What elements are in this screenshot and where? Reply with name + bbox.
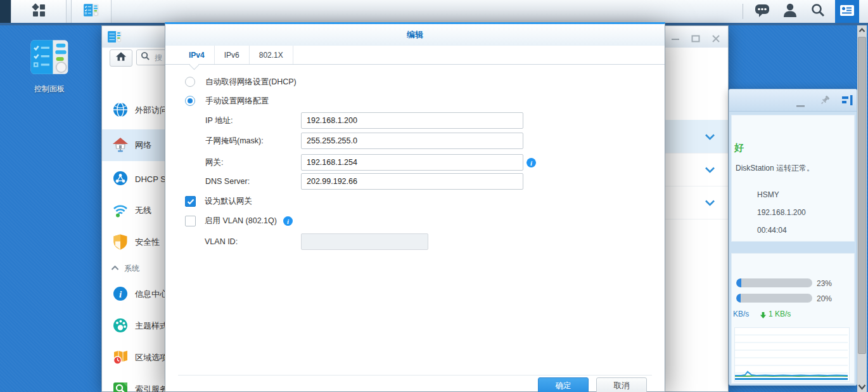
scroll-down-icon[interactable] <box>857 382 867 392</box>
mask-input[interactable] <box>301 133 523 149</box>
palette-icon <box>112 317 129 336</box>
check-icon <box>187 199 195 205</box>
default-gateway-checkbox[interactable] <box>185 196 196 207</box>
radio-manual-label: 手动设置网络配置 <box>205 93 269 109</box>
cpu-usage-value: 23% <box>817 279 832 288</box>
uptime-value: 00:44:04 <box>757 226 787 235</box>
sidebar-item-label: 索引服务 <box>135 384 168 392</box>
shield-icon <box>112 233 129 252</box>
taskbar <box>0 0 868 25</box>
home-icon <box>115 51 127 65</box>
server-ip-value: 192.168.1.200 <box>757 208 806 217</box>
maximize-icon[interactable] <box>691 34 700 41</box>
dialog-titlebar[interactable]: 编辑 <box>165 24 665 46</box>
ip-label: IP 地址: <box>205 112 233 129</box>
desktop-control-panel-shortcut[interactable]: 控制面板 <box>22 37 77 95</box>
download-speed: 1 KB/s <box>769 310 791 318</box>
pilot-view-button[interactable] <box>835 0 859 23</box>
sidebar-item-label: 网络 <box>135 140 151 151</box>
home-button[interactable] <box>110 49 132 67</box>
status-description: DiskStation 运转正常。 <box>736 163 814 174</box>
vlan-checkbox[interactable] <box>185 216 196 226</box>
search-icon <box>141 51 150 63</box>
search-icon <box>810 3 826 20</box>
chat-bubble-icon <box>754 2 770 21</box>
server-name-value: HSMY <box>757 190 779 199</box>
status-good-text: 好 <box>734 142 744 154</box>
main-menu-icon <box>31 3 46 20</box>
tab-8021x[interactable]: 802.1X <box>250 46 293 64</box>
tab-ipv4[interactable]: IPv4 <box>179 46 215 64</box>
dialog-tabs: IPv4 IPv6 802.1X <box>165 46 665 65</box>
ram-usage-bar <box>736 294 812 303</box>
user-icon <box>782 2 798 21</box>
desktop-scrollbar[interactable] <box>857 25 867 392</box>
sidebar-item-label: 信息中心 <box>135 289 168 300</box>
close-icon[interactable] <box>712 34 720 41</box>
user-menu-button[interactable] <box>782 0 798 23</box>
network-home-icon <box>112 136 129 155</box>
search-button[interactable] <box>810 0 826 23</box>
chevron-down-icon[interactable] <box>705 198 715 209</box>
control-panel-task-button[interactable] <box>71 0 112 23</box>
sidebar-item-label: DHCP S <box>135 174 166 184</box>
info-icon: i <box>112 285 129 304</box>
resource-monitor-card: 23% 20% KB/s 1 KB/s <box>731 253 855 384</box>
vlan-info-icon[interactable]: i <box>283 216 293 226</box>
scroll-up-icon[interactable] <box>857 25 867 36</box>
control-panel-icon <box>107 29 122 47</box>
gateway-input[interactable] <box>301 154 523 171</box>
dialog-title: 编辑 <box>407 29 423 41</box>
edit-dialog: 编辑 IPv4 IPv6 802.1X 自动取得网络设置(DHCP) 手动设置网… <box>165 22 665 392</box>
widgets-icon <box>839 4 855 19</box>
footer-divider <box>178 375 652 376</box>
minimize-icon[interactable] <box>671 34 680 41</box>
cpu-usage-fill <box>736 278 741 287</box>
mask-label: 子网掩码(mask): <box>205 133 264 149</box>
vlan-checkbox-label: 启用 VLAN (802.1Q) <box>205 212 277 229</box>
system-health-widget: 好 DiskStation 运转正常。 HSMY 192.168.1.200 0… <box>729 89 857 386</box>
default-gateway-label: 设为默认网关 <box>205 193 252 209</box>
cancel-button[interactable]: 取消 <box>596 377 647 392</box>
widget-layout-icon[interactable] <box>842 95 853 108</box>
sidebar-item-label: 区域选项 <box>135 352 168 363</box>
wifi-icon <box>112 202 129 220</box>
widget-header[interactable] <box>729 89 857 112</box>
desktop-icon-label: 控制面板 <box>22 84 77 95</box>
dhcp-icon <box>112 170 129 188</box>
network-traffic-chart <box>734 327 850 382</box>
radio-dhcp[interactable] <box>185 77 195 87</box>
upload-speed: KB/s <box>733 310 749 318</box>
sidebar-item-label: 无线 <box>135 205 151 216</box>
tab-ipv6[interactable]: IPv6 <box>215 46 250 64</box>
vlan-id-label: VLAN ID: <box>205 233 238 250</box>
minimize-icon[interactable] <box>796 98 805 110</box>
cpu-usage-bar <box>736 278 812 287</box>
notifications-button[interactable] <box>753 0 771 23</box>
globe-icon <box>112 101 129 120</box>
map-clock-icon <box>112 349 129 367</box>
system-status-card: 好 DiskStation 运转正常。 HSMY 192.168.1.200 0… <box>731 115 855 242</box>
ram-usage-fill <box>736 294 741 303</box>
ram-usage-value: 20% <box>817 294 832 303</box>
control-panel-icon <box>29 69 70 79</box>
sidebar-item-label: 外部访问 <box>135 105 168 116</box>
taskbar-edge <box>0 0 11 23</box>
sidebar-item-label: 安全性 <box>135 237 160 248</box>
scrollbar-thumb[interactable] <box>858 37 866 354</box>
radio-manual[interactable] <box>185 96 195 106</box>
download-arrow-icon <box>760 310 767 322</box>
main-menu-button[interactable] <box>11 0 67 23</box>
index-search-icon <box>112 381 129 392</box>
pin-icon[interactable] <box>819 95 831 108</box>
gateway-label: 网关: <box>205 154 223 171</box>
dns-label: DNS Server: <box>205 173 250 190</box>
chevron-down-icon[interactable] <box>705 132 715 143</box>
vlan-id-input <box>301 233 428 250</box>
control-panel-icon <box>83 2 99 21</box>
dns-input[interactable] <box>301 173 523 190</box>
ip-input[interactable] <box>301 112 523 129</box>
gateway-info-icon[interactable]: i <box>527 158 536 167</box>
chevron-down-icon[interactable] <box>705 165 715 176</box>
ok-button[interactable]: 确定 <box>538 377 589 392</box>
